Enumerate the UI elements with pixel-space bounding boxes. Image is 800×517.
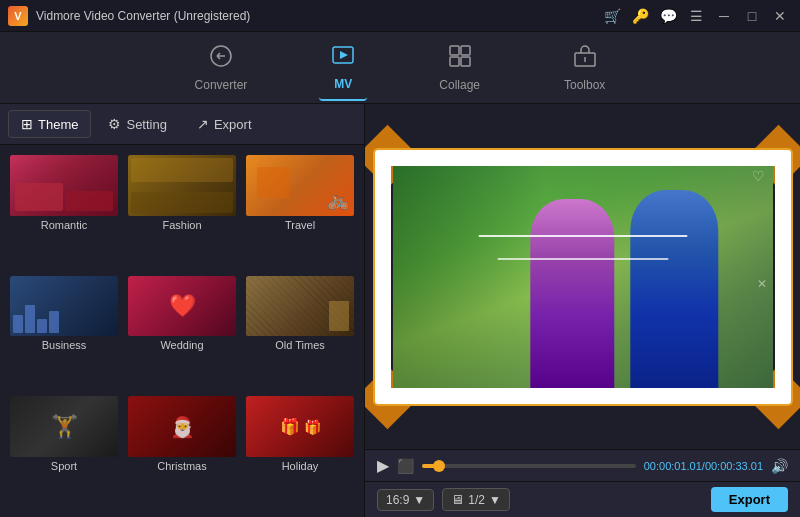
ratio-value: 16:9 [386,493,409,507]
chat-icon[interactable]: 💬 [656,4,680,28]
theme-business[interactable]: Business [8,274,120,389]
mv-label: MV [334,77,352,91]
nav-toolbox[interactable]: Toolbox [552,36,617,100]
maximize-icon[interactable]: □ [740,4,764,28]
cart-icon[interactable]: 🛒 [600,4,624,28]
top-navigation: Converter MV Collage Toolbox [0,32,800,104]
titlebar: V Vidmore Video Converter (Unregistered)… [0,0,800,32]
setting-tab-label: Setting [126,117,166,132]
progress-dot [433,460,445,472]
theme-sport-label: Sport [10,457,118,475]
player-controls: ▶ ⬛ 00:00:01.01/00:00:33.01 🔊 [365,449,800,481]
converter-label: Converter [195,78,248,92]
page-count: 1/2 [468,493,485,507]
monitor-icon: 🖥 [451,492,464,507]
svg-rect-6 [461,57,470,66]
stop-button[interactable]: ⬛ [397,458,414,474]
setting-tab-icon: ⚙ [108,116,121,132]
right-panel: ♡ ✕ ▶ ⬛ 00:00:01.01/00:00:33.01 🔊 16:9 ▼ [365,104,800,517]
nav-mv[interactable]: MV [319,35,367,101]
theme-sport[interactable]: 🏋️ Sport [8,394,120,509]
monitor-dropdown-icon: ▼ [489,493,501,507]
menu-icon[interactable]: ☰ [684,4,708,28]
theme-grid: Romantic Fashion 🚲 Travel [0,145,364,517]
tab-export[interactable]: ↗ Export [184,110,265,138]
time-display: 00:00:01.01/00:00:33.01 [644,460,763,472]
progress-bar[interactable] [422,464,636,468]
theme-holiday[interactable]: 🎁 🎁 Holiday [244,394,356,509]
svg-rect-5 [450,57,459,66]
controls-row2: 16:9 ▼ 🖥 1/2 ▼ Export [365,481,800,517]
text-line-2 [497,258,668,260]
mv-icon [331,43,355,73]
toolbox-label: Toolbox [564,78,605,92]
ratio-dropdown-icon: ▼ [413,493,425,507]
collage-label: Collage [439,78,480,92]
theme-romantic[interactable]: Romantic [8,153,120,268]
preview-area: ♡ ✕ [365,104,800,449]
monitor-button[interactable]: 🖥 1/2 ▼ [442,488,510,511]
theme-old-times-label: Old Times [246,336,354,354]
theme-travel-label: Travel [246,216,354,234]
theme-wedding[interactable]: ❤️ Wedding [126,274,238,389]
theme-travel[interactable]: 🚲 Travel [244,153,356,268]
ratio-button[interactable]: 16:9 ▼ [377,489,434,511]
main-content: ⊞ Theme ⚙ Setting ↗ Export [0,104,800,517]
export-button[interactable]: Export [711,487,788,512]
svg-marker-2 [340,51,348,59]
video-preview: ♡ ✕ [393,162,773,392]
theme-fashion-label: Fashion [128,216,236,234]
theme-wedding-label: Wedding [128,336,236,354]
theme-business-label: Business [10,336,118,354]
key-icon[interactable]: 🔑 [628,4,652,28]
text-line-1 [478,235,687,237]
converter-icon [209,44,233,74]
svg-rect-4 [461,46,470,55]
preview-frame: ♡ ✕ [393,162,773,392]
theme-holiday-label: Holiday [246,457,354,475]
window-controls: 🛒 🔑 💬 ☰ ─ □ ✕ [600,4,792,28]
app-title: Vidmore Video Converter (Unregistered) [36,9,600,23]
theme-fashion[interactable]: Fashion [126,153,238,268]
theme-tab-label: Theme [38,117,78,132]
tab-theme[interactable]: ⊞ Theme [8,110,91,138]
export-tab-icon: ↗ [197,116,209,132]
tab-setting[interactable]: ⚙ Setting [95,110,179,138]
theme-tab-icon: ⊞ [21,116,33,132]
export-tab-label: Export [214,117,252,132]
left-panel: ⊞ Theme ⚙ Setting ↗ Export [0,104,365,517]
nav-converter[interactable]: Converter [183,36,260,100]
theme-christmas-label: Christmas [128,457,236,475]
collage-icon [448,44,472,74]
minimize-icon[interactable]: ─ [712,4,736,28]
svg-rect-3 [450,46,459,55]
heart-icon: ♡ [752,168,765,184]
play-button[interactable]: ▶ [377,456,389,475]
close-icon[interactable]: ✕ [768,4,792,28]
toolbox-icon [573,44,597,74]
close-preview-icon[interactable]: ✕ [757,277,767,291]
app-icon: V [8,6,28,26]
theme-christmas[interactable]: 🎅 Christmas [126,394,238,509]
left-tabs: ⊞ Theme ⚙ Setting ↗ Export [0,104,364,145]
nav-collage[interactable]: Collage [427,36,492,100]
volume-icon[interactable]: 🔊 [771,458,788,474]
couple-figure [520,173,729,392]
theme-old-times[interactable]: Old Times [244,274,356,389]
theme-romantic-label: Romantic [10,216,118,234]
